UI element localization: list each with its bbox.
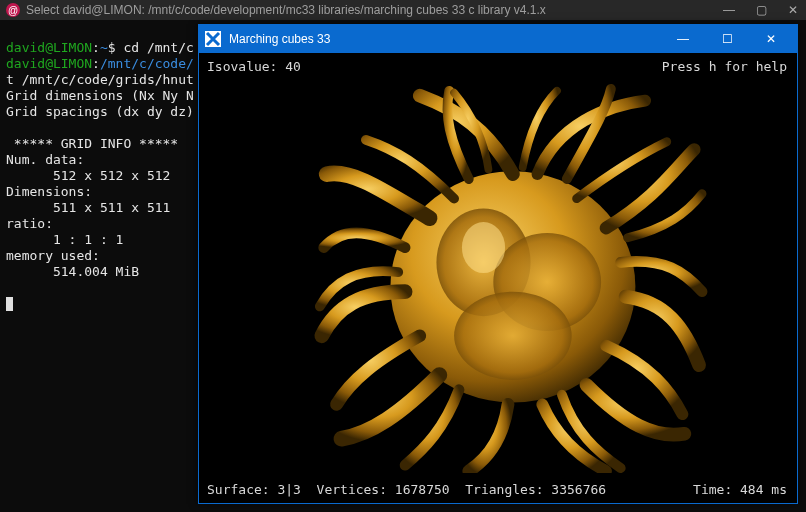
term-line: Dimensions: bbox=[6, 184, 92, 199]
prompt-sep: : bbox=[92, 56, 100, 71]
mc-viewport[interactable]: Isovalue: 40 Press h for help Surface: 3… bbox=[199, 53, 797, 503]
isosurface-render bbox=[239, 81, 777, 473]
x11-icon bbox=[205, 31, 221, 47]
surface-stats: Surface: 3|3 Vertices: 1678750 Triangles… bbox=[207, 482, 606, 497]
mc-title: Marching cubes 33 bbox=[229, 32, 661, 46]
terminal-window-controls: — ▢ ✕ bbox=[722, 3, 800, 17]
help-hint: Press h for help bbox=[662, 59, 787, 74]
prompt-sep: : bbox=[92, 40, 100, 55]
term-line: 512 x 512 x 512 bbox=[6, 168, 170, 183]
term-line: t /mnt/c/code/grids/hnut bbox=[6, 72, 194, 87]
term-line: 514.004 MiB bbox=[6, 264, 139, 279]
term-line: ratio: bbox=[6, 216, 53, 231]
cmd-text: $ cd /mnt/c bbox=[108, 40, 194, 55]
term-line: Num. data: bbox=[6, 152, 84, 167]
term-line: Grid spacings (dx dy dz) bbox=[6, 104, 194, 119]
prompt-path: ~ bbox=[100, 40, 108, 55]
svg-point-4 bbox=[454, 292, 572, 380]
term-line: Grid dimensions (Nx Ny N bbox=[6, 88, 194, 103]
time-stat: Time: 484 ms bbox=[693, 482, 787, 497]
close-button[interactable]: ✕ bbox=[786, 3, 800, 17]
mc-window-controls: — ☐ ✕ bbox=[661, 25, 793, 53]
debian-icon: @ bbox=[6, 3, 20, 17]
terminal-titlebar[interactable]: @ Select david@LIMON: /mnt/c/code/develo… bbox=[0, 0, 806, 20]
term-line: ***** GRID INFO ***** bbox=[6, 136, 178, 151]
prompt-user: david@LIMON bbox=[6, 40, 92, 55]
minimize-button[interactable]: — bbox=[722, 3, 736, 17]
term-line: 1 : 1 : 1 bbox=[6, 232, 123, 247]
isovalue-label: Isovalue: 40 bbox=[207, 59, 301, 74]
maximize-button[interactable]: ☐ bbox=[705, 25, 749, 53]
term-line: memory used: bbox=[6, 248, 100, 263]
marching-cubes-window: Marching cubes 33 — ☐ ✕ bbox=[198, 24, 798, 504]
prompt-path: /mnt/c/code/ bbox=[100, 56, 194, 71]
svg-point-5 bbox=[462, 222, 505, 273]
cursor-icon bbox=[6, 297, 13, 311]
minimize-button[interactable]: — bbox=[661, 25, 705, 53]
prompt-user: david@LIMON bbox=[6, 56, 92, 71]
close-button[interactable]: ✕ bbox=[749, 25, 793, 53]
maximize-button[interactable]: ▢ bbox=[754, 3, 768, 17]
mc-titlebar[interactable]: Marching cubes 33 — ☐ ✕ bbox=[199, 25, 797, 53]
terminal-title: Select david@LIMON: /mnt/c/code/developm… bbox=[26, 3, 722, 17]
term-line: 511 x 511 x 511 bbox=[6, 200, 170, 215]
